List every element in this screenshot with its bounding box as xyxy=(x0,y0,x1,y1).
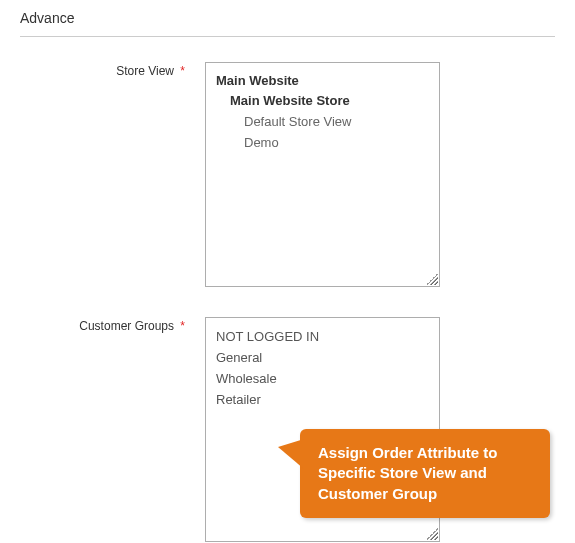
label-customer-groups: Customer Groups * xyxy=(20,317,205,542)
callout-box: Assign Order Attribute to Specific Store… xyxy=(300,429,550,518)
resize-handle-icon xyxy=(426,528,438,540)
store-option-website[interactable]: Main Website xyxy=(216,71,429,90)
store-option-view[interactable]: Demo xyxy=(216,132,429,153)
label-customer-groups-text: Customer Groups xyxy=(79,319,174,333)
callout-tail-icon xyxy=(278,439,304,469)
group-option[interactable]: Wholesale xyxy=(216,368,429,389)
group-option[interactable]: General xyxy=(216,347,429,368)
resize-handle-icon xyxy=(426,273,438,285)
row-store-view: Store View * Main Website Main Website S… xyxy=(20,62,555,287)
callout-text: Assign Order Attribute to Specific Store… xyxy=(318,444,497,502)
group-option[interactable]: NOT LOGGED IN xyxy=(216,326,429,347)
store-option-view[interactable]: Default Store View xyxy=(216,111,429,132)
store-view-select[interactable]: Main Website Main Website Store Default … xyxy=(205,62,440,287)
required-mark: * xyxy=(180,319,185,333)
row-customer-groups: Customer Groups * NOT LOGGED IN General … xyxy=(20,317,555,542)
label-store-view: Store View * xyxy=(20,62,205,287)
annotation-callout: Assign Order Attribute to Specific Store… xyxy=(300,429,550,518)
section-title: Advance xyxy=(20,10,555,37)
label-store-view-text: Store View xyxy=(116,64,174,78)
required-mark: * xyxy=(180,64,185,78)
group-option[interactable]: Retailer xyxy=(216,389,429,410)
store-option-store[interactable]: Main Website Store xyxy=(216,90,429,111)
